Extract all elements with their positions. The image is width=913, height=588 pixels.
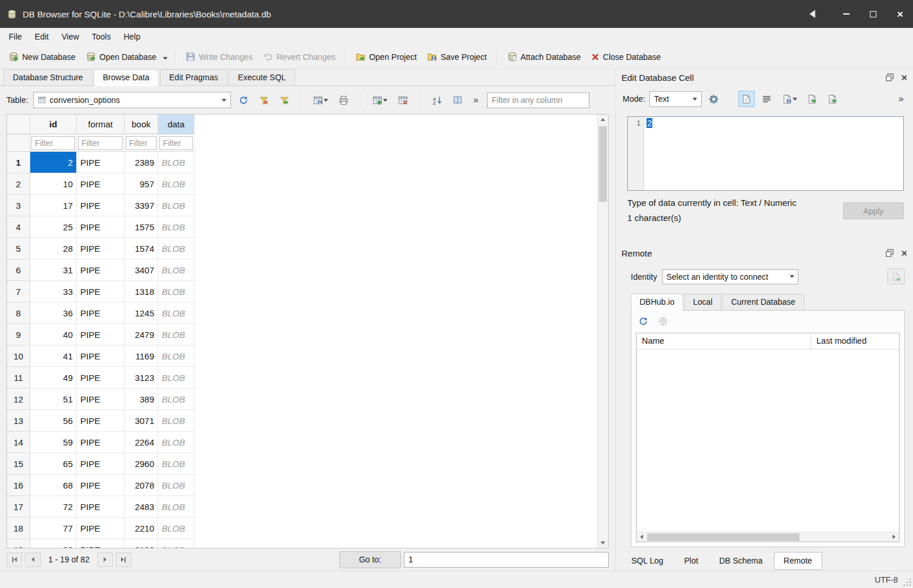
cell-data[interactable]: BLOB [158, 152, 194, 173]
cell-format[interactable]: PIPE [77, 367, 125, 389]
cell-book[interactable]: 3071 [125, 410, 158, 432]
cell-format[interactable]: PIPE [77, 195, 125, 216]
cell-book[interactable]: 2264 [125, 432, 158, 453]
cell-format[interactable]: PIPE [77, 432, 125, 453]
cell-format[interactable]: PIPE [77, 152, 125, 173]
column-header-data[interactable]: data [158, 115, 194, 134]
cell-data[interactable]: BLOB [158, 345, 194, 367]
print-button[interactable] [335, 92, 351, 108]
row-header[interactable]: 4 [7, 216, 30, 238]
float-dock-button[interactable] [883, 71, 897, 84]
cell-format[interactable]: PIPE [77, 216, 125, 238]
row-header[interactable]: 10 [7, 345, 30, 367]
cell-book[interactable]: 3407 [125, 259, 158, 281]
filter-input-data[interactable] [159, 136, 193, 150]
filter-any-column-input[interactable] [487, 92, 589, 108]
cell-format[interactable]: PIPE [77, 302, 125, 324]
cell-data[interactable]: BLOB [158, 432, 194, 453]
dock-tab-sql-log[interactable]: SQL Log [621, 552, 673, 570]
cell-id[interactable]: 33 [30, 281, 77, 302]
vertical-scrollbar[interactable] [597, 115, 608, 548]
cell-format[interactable]: PIPE [77, 389, 125, 410]
corner-header[interactable] [7, 115, 30, 134]
export-cell-button[interactable] [825, 91, 841, 107]
scrollbar-thumb[interactable] [647, 533, 800, 541]
row-header[interactable]: 6 [7, 259, 30, 281]
row-header[interactable]: 15 [7, 453, 30, 475]
import-cell-button[interactable] [804, 91, 820, 107]
dictionary-button[interactable] [449, 92, 466, 108]
cell-id[interactable]: 28 [30, 238, 77, 259]
column-header-name[interactable]: Name [637, 333, 811, 349]
menu-file[interactable]: File [2, 29, 29, 44]
row-header[interactable]: 9 [7, 324, 30, 345]
row-header[interactable]: 14 [7, 432, 30, 453]
row-header[interactable]: 7 [7, 281, 30, 302]
cell-id[interactable]: 59 [30, 432, 77, 453]
tab-database-structure[interactable]: Database Structure [3, 69, 93, 85]
cell-id[interactable]: 51 [30, 389, 77, 410]
cell-data[interactable]: BLOB [158, 539, 194, 548]
write-changes-button[interactable]: Write Changes [180, 48, 258, 66]
delete-record-button[interactable] [395, 92, 411, 108]
remote-clone-button[interactable] [655, 313, 671, 329]
cell-data[interactable]: BLOB [158, 259, 194, 281]
row-header[interactable]: 1 [7, 152, 30, 173]
toolbar-overflow-button[interactable]: » [470, 94, 482, 106]
cell-data[interactable]: BLOB [158, 173, 194, 195]
next-page-button[interactable] [97, 553, 113, 567]
row-header[interactable]: 17 [7, 496, 30, 518]
encoding-indicator[interactable]: UTF-8 [875, 575, 898, 585]
cell-format[interactable]: PIPE [77, 410, 125, 432]
cell-id[interactable]: 56 [30, 410, 77, 432]
cell-data[interactable]: BLOB [158, 238, 194, 259]
cell-data[interactable]: BLOB [158, 518, 194, 539]
cell-format[interactable]: PIPE [77, 173, 125, 195]
goto-button[interactable]: Go to: [339, 551, 401, 568]
tab-edit-pragmas[interactable]: Edit Pragmas [160, 69, 228, 85]
cell-data[interactable]: BLOB [158, 281, 194, 302]
cell-id[interactable]: 80 [30, 539, 77, 548]
cell-id[interactable]: 49 [30, 367, 77, 389]
cell-format[interactable]: PIPE [77, 281, 125, 302]
tab-browse-data[interactable]: Browse Data [94, 69, 159, 86]
cell-format[interactable]: PIPE [77, 539, 125, 548]
sort-button[interactable] [429, 92, 445, 108]
open-database-button[interactable]: Open Database [81, 48, 162, 66]
cell-book[interactable]: 2078 [125, 475, 158, 496]
row-header[interactable]: 16 [7, 475, 30, 496]
word-wrap-button[interactable] [759, 91, 775, 107]
filter-input-id[interactable] [31, 136, 75, 150]
cell-id[interactable]: 65 [30, 453, 77, 475]
cell-id[interactable]: 36 [30, 302, 77, 324]
remote-tab-local[interactable]: Local [684, 294, 721, 310]
cell-book[interactable]: 389 [125, 389, 158, 410]
cell-book[interactable]: 3100 [125, 539, 158, 548]
cell-editor-body[interactable]: 2 [644, 117, 903, 190]
row-header[interactable]: 18 [7, 518, 30, 539]
cell-format[interactable]: PIPE [77, 475, 125, 496]
filter-input-format[interactable] [78, 136, 123, 150]
scroll-left-button[interactable] [637, 532, 646, 542]
row-header[interactable]: 12 [7, 389, 30, 410]
cell-data[interactable]: BLOB [158, 389, 194, 410]
menu-view[interactable]: View [55, 29, 86, 44]
minimize-button[interactable] [833, 0, 859, 28]
last-page-button[interactable] [116, 553, 132, 567]
cell-id[interactable]: 68 [30, 475, 77, 496]
menu-edit[interactable]: Edit [29, 29, 55, 44]
revert-changes-button[interactable]: Revert Changes [258, 48, 340, 66]
cell-id[interactable]: 31 [30, 259, 77, 281]
row-header[interactable]: 19 [7, 539, 30, 548]
autoswitch-mode-button[interactable] [706, 91, 722, 107]
cell-id[interactable]: 40 [30, 324, 77, 345]
resize-grip[interactable] [903, 578, 911, 586]
close-dock-button[interactable] [897, 71, 911, 84]
cell-data[interactable]: BLOB [158, 302, 194, 324]
filter-input-book[interactable] [126, 136, 157, 150]
cell-book[interactable]: 2389 [125, 152, 158, 173]
scroll-right-button[interactable] [889, 532, 899, 542]
cell-book[interactable]: 2479 [125, 324, 158, 345]
row-header[interactable]: 2 [7, 173, 30, 195]
cell-data[interactable]: BLOB [158, 324, 194, 345]
